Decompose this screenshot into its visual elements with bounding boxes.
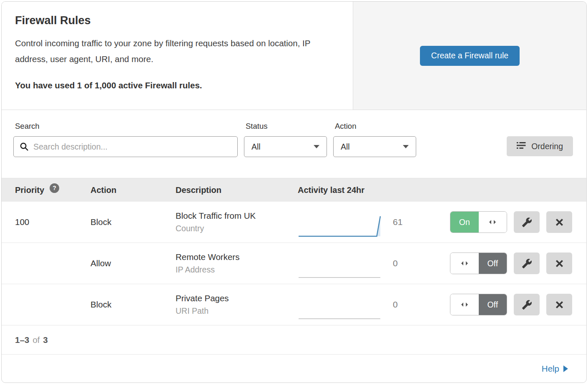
masthead: Firewall Rules Control incoming traffic …: [2, 2, 586, 110]
column-description: Description: [176, 185, 298, 195]
toggle-state-label[interactable]: Off: [479, 253, 507, 274]
edit-rule-button[interactable]: [514, 252, 540, 274]
arrow-right-icon: [563, 365, 568, 372]
action-select[interactable]: All: [333, 136, 416, 157]
rule-activity-cell: 61 On: [298, 202, 586, 242]
wrench-icon: [522, 258, 532, 269]
status-selected-value: All: [251, 142, 261, 152]
pagination-of: of: [33, 335, 40, 345]
page-description: Control incoming traffic to your zone by…: [15, 35, 332, 67]
activity-count: 61: [393, 217, 419, 227]
delete-rule-button[interactable]: [546, 211, 572, 233]
close-icon: [555, 259, 564, 268]
rule-action: Block: [90, 217, 176, 227]
rule-controls: Off: [450, 294, 572, 315]
rule-name: Private Pages: [176, 293, 298, 303]
action-label: Action: [335, 122, 416, 131]
rule-description: Private Pages URI Path: [176, 293, 298, 316]
masthead-text: Firewall Rules Control incoming traffic …: [2, 2, 353, 110]
search-label: Search: [15, 122, 238, 131]
rule-description: Remote Workers IP Address: [176, 252, 298, 275]
rule-type: URI Path: [176, 306, 298, 316]
activity-count: 0: [393, 258, 419, 268]
rule-enabled-toggle[interactable]: Off: [450, 252, 507, 274]
rule-enabled-toggle[interactable]: On: [450, 211, 507, 233]
help-link-label: Help: [542, 364, 559, 374]
search-field: Search: [13, 122, 238, 157]
rule-enabled-toggle[interactable]: Off: [450, 294, 507, 315]
action-selected-value: All: [341, 142, 350, 152]
masthead-action-area: Create a Firewall rule: [353, 2, 586, 110]
column-activity: Activity last 24hr: [298, 185, 586, 195]
chevron-down-icon: [403, 145, 409, 148]
usage-note: You have used 1 of 1,000 active Firewall…: [15, 80, 332, 90]
rule-action: Allow: [90, 258, 176, 268]
rule-action: Block: [90, 300, 176, 310]
table-row: 100 Block Block Traffic from UK Country …: [2, 202, 586, 243]
ordered-list-icon: [517, 142, 526, 151]
toggle-handle-icon[interactable]: [450, 253, 479, 274]
column-action: Action: [90, 185, 176, 195]
ordering-button[interactable]: Ordering: [507, 136, 573, 156]
status-label: Status: [246, 122, 327, 131]
activity-sparkline: [298, 213, 381, 238]
table-row: Block Private Pages URI Path 0 Off: [2, 284, 586, 325]
firewall-rules-panel: Firewall Rules Control incoming traffic …: [1, 1, 587, 383]
rule-activity-cell: 0 Off: [298, 284, 586, 325]
column-priority: Priority: [15, 185, 44, 195]
toggle-handle-icon[interactable]: [450, 294, 479, 315]
help-row: Help: [2, 355, 586, 382]
pagination-total: 3: [43, 335, 48, 345]
edit-rule-button[interactable]: [514, 294, 540, 315]
activity-sparkline: [298, 295, 381, 320]
rule-name: Remote Workers: [176, 252, 298, 262]
delete-rule-button[interactable]: [546, 294, 572, 315]
wrench-icon: [522, 300, 532, 310]
activity-sparkline: [298, 254, 381, 279]
rule-name: Block Traffic from UK: [176, 211, 298, 221]
search-input[interactable]: [13, 136, 238, 157]
page-title: Firewall Rules: [15, 14, 332, 27]
rule-priority: 100: [15, 217, 90, 227]
delete-rule-button[interactable]: [546, 252, 572, 274]
ordering-button-label: Ordering: [531, 142, 563, 151]
toggle-state-label[interactable]: Off: [479, 294, 507, 315]
table-header: Priority ? Action Description Activity l…: [2, 178, 586, 202]
edit-rule-button[interactable]: [514, 211, 540, 233]
status-select[interactable]: All: [244, 136, 327, 157]
table-row: Allow Remote Workers IP Address 0 Off: [2, 243, 586, 284]
priority-help-icon[interactable]: ?: [50, 183, 59, 193]
pagination: 1–3 of 3: [2, 325, 586, 355]
rule-description: Block Traffic from UK Country: [176, 211, 298, 233]
wrench-icon: [522, 217, 532, 228]
close-icon: [555, 300, 564, 310]
create-firewall-rule-button[interactable]: Create a Firewall rule: [420, 46, 520, 66]
status-field: Status All: [244, 122, 327, 157]
toggle-state-label[interactable]: On: [450, 212, 479, 232]
rule-type: Country: [176, 224, 298, 233]
close-icon: [555, 218, 564, 227]
rule-type: IP Address: [176, 265, 298, 275]
pagination-range: 1–3: [15, 335, 29, 345]
chevron-down-icon: [314, 145, 319, 148]
action-field: Action All: [333, 122, 416, 157]
rule-controls: On: [450, 211, 572, 233]
rule-activity-cell: 0 Off: [298, 243, 586, 284]
activity-count: 0: [393, 300, 419, 310]
filters-bar: Search Status All Action All: [2, 110, 586, 178]
toggle-handle-icon[interactable]: [479, 212, 507, 232]
help-link[interactable]: Help: [542, 364, 568, 374]
rule-controls: Off: [450, 252, 572, 274]
